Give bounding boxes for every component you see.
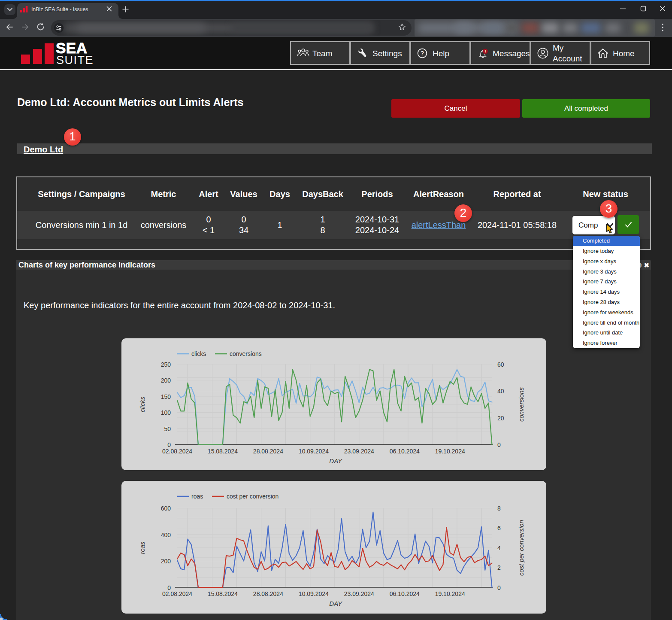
svg-text:100: 100: [161, 409, 171, 416]
svg-text:!: !: [484, 49, 486, 54]
svg-text:200: 200: [161, 377, 171, 384]
svg-text:?: ?: [421, 50, 424, 57]
svg-text:23.09.2024: 23.09.2024: [344, 448, 374, 455]
svg-text:10.09.2024: 10.09.2024: [299, 448, 329, 455]
svg-text:15.08.2024: 15.08.2024: [208, 448, 238, 455]
svg-text:400: 400: [161, 532, 171, 538]
svg-text:conversions: conversions: [518, 387, 525, 422]
svg-text:8: 8: [497, 505, 501, 512]
svg-text:06.10.2024: 06.10.2024: [390, 590, 420, 597]
svg-text:02.08.2024: 02.08.2024: [162, 448, 192, 455]
svg-text:0: 0: [497, 584, 501, 591]
svg-text:roas: roas: [191, 493, 203, 500]
svg-text:23.09.2024: 23.09.2024: [344, 590, 374, 597]
svg-text:40: 40: [497, 388, 504, 395]
svg-text:cost per conversion: cost per conversion: [227, 493, 278, 500]
svg-text:10.09.2024: 10.09.2024: [299, 590, 329, 597]
svg-text:600: 600: [161, 505, 171, 512]
svg-text:conversions: conversions: [230, 350, 262, 357]
svg-text:150: 150: [161, 393, 171, 400]
svg-text:02.08.2024: 02.08.2024: [162, 590, 192, 597]
svg-text:20: 20: [497, 415, 504, 422]
svg-text:cost per conversion: cost per conversion: [518, 520, 525, 576]
svg-text:clicks: clicks: [139, 396, 146, 412]
svg-text:06.10.2024: 06.10.2024: [390, 448, 420, 455]
svg-text:19.10.2024: 19.10.2024: [435, 590, 465, 597]
svg-text:2: 2: [497, 564, 501, 571]
svg-text:15.08.2024: 15.08.2024: [208, 590, 238, 597]
svg-text:60: 60: [497, 361, 504, 368]
svg-text:DAY: DAY: [329, 600, 342, 607]
svg-text:200: 200: [161, 558, 171, 565]
svg-text:28.08.2024: 28.08.2024: [253, 590, 283, 597]
svg-text:6: 6: [497, 525, 501, 532]
svg-text:0: 0: [497, 441, 501, 448]
svg-text:19.10.2024: 19.10.2024: [435, 448, 465, 455]
svg-text:roas: roas: [139, 541, 146, 554]
svg-text:28.08.2024: 28.08.2024: [253, 448, 283, 455]
svg-text:DAY: DAY: [329, 457, 342, 465]
svg-text:clicks: clicks: [191, 350, 206, 357]
svg-text:250: 250: [161, 361, 171, 368]
svg-text:50: 50: [164, 425, 171, 432]
svg-text:4: 4: [497, 544, 501, 551]
